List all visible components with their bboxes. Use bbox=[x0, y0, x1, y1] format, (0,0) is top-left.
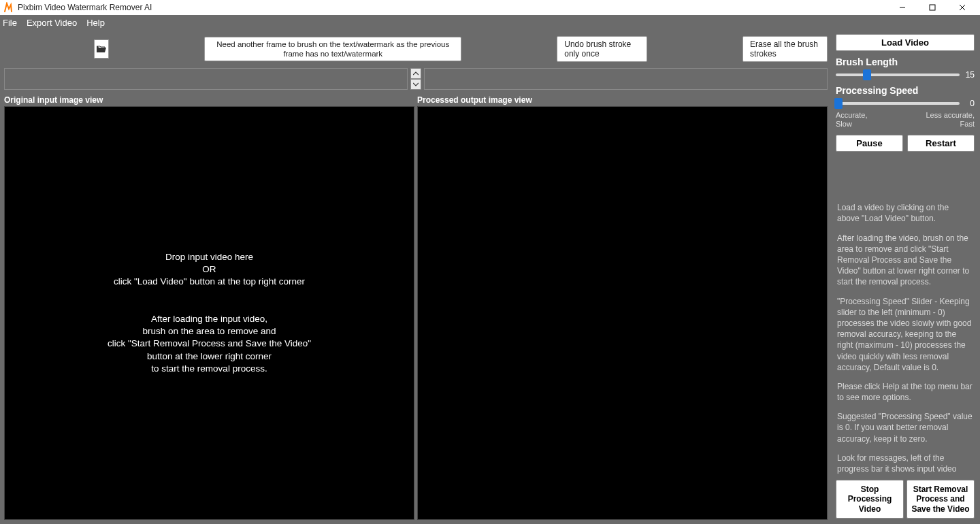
left-zone: Need another frame to brush on the text/… bbox=[0, 30, 832, 524]
output-view-label: Processed output image view bbox=[417, 94, 828, 106]
stepper-up-button[interactable] bbox=[410, 68, 421, 79]
pause-restart-row: Pause Restart bbox=[836, 135, 975, 152]
output-view-column: Processed output image view bbox=[417, 94, 828, 520]
info-p4: Please click Help at the top menu bar to… bbox=[837, 381, 973, 403]
minimize-button[interactable] bbox=[887, 0, 917, 15]
title-left: Pixbim Video Watermark Remover AI bbox=[3, 2, 152, 13]
svg-rect-1 bbox=[930, 5, 935, 10]
brush-length-label: Brush Length bbox=[836, 56, 975, 67]
progress-row bbox=[4, 68, 828, 90]
stepper-down-button[interactable] bbox=[410, 79, 421, 90]
menubar: File Export Video Help bbox=[0, 15, 980, 30]
processing-speed-value: 0 bbox=[964, 99, 975, 108]
right-panel: Load Video Brush Length 15 Processing Sp… bbox=[832, 30, 980, 524]
open-folder-button[interactable] bbox=[94, 39, 109, 59]
brush-length-thumb[interactable] bbox=[863, 69, 871, 80]
processing-speed-slider-row: 0 bbox=[836, 99, 975, 108]
brush-length-slider-row: 15 bbox=[836, 70, 975, 80]
titlebar: Pixbim Video Watermark Remover AI bbox=[0, 0, 980, 15]
output-view-area bbox=[417, 106, 828, 520]
input-view-column: Original input image view Drop input vid… bbox=[4, 94, 414, 520]
views-row: Original input image view Drop input vid… bbox=[4, 94, 828, 520]
toolbar-row: Need another frame to brush on the text/… bbox=[4, 34, 828, 64]
close-button[interactable] bbox=[947, 0, 977, 15]
processing-speed-slider[interactable] bbox=[836, 102, 960, 105]
menu-file[interactable]: File bbox=[3, 18, 17, 28]
speed-label-right: Less accurate, Fast bbox=[926, 111, 975, 128]
restart-button[interactable]: Restart bbox=[907, 135, 975, 152]
brush-length-slider[interactable] bbox=[836, 73, 960, 76]
info-p3: "Processing Speed" Slider - Keeping slid… bbox=[837, 296, 973, 373]
stop-processing-button[interactable]: Stop Processing Video bbox=[836, 480, 904, 519]
window-title: Pixbim Video Watermark Remover AI bbox=[18, 3, 152, 12]
brush-length-value: 15 bbox=[964, 70, 975, 80]
info-p6: Look for messages, left of the progress … bbox=[837, 453, 973, 474]
maximize-button[interactable] bbox=[917, 0, 947, 15]
erase-brush-button[interactable]: Erase all the brush strokes bbox=[742, 36, 828, 62]
chevron-up-icon bbox=[413, 71, 419, 76]
pause-button[interactable]: Pause bbox=[836, 135, 903, 152]
main: Need another frame to brush on the text/… bbox=[0, 30, 980, 524]
undo-brush-button[interactable]: Undo brush stroke only once bbox=[557, 36, 647, 62]
info-p1: Load a video by clicking on the above "L… bbox=[837, 202, 973, 224]
processing-speed-thumb[interactable] bbox=[834, 98, 843, 109]
bottom-buttons: Stop Processing Video Start Removal Proc… bbox=[836, 480, 975, 519]
input-view-label: Original input image view bbox=[4, 94, 414, 106]
speed-label-left: Accurate, Slow bbox=[836, 111, 867, 128]
start-removal-button[interactable]: Start Removal Process and Save the Video bbox=[906, 480, 975, 519]
frame-hint-box: Need another frame to brush on the text/… bbox=[204, 37, 461, 62]
info-panel: Load a video by clicking on the above "L… bbox=[836, 154, 975, 474]
info-p2: After loading the video, brush on the ar… bbox=[837, 233, 973, 288]
window-controls bbox=[887, 0, 977, 15]
status-field-left bbox=[4, 68, 408, 90]
frame-stepper bbox=[410, 68, 421, 90]
speed-labels: Accurate, Slow Less accurate, Fast bbox=[836, 111, 975, 128]
chevron-down-icon bbox=[413, 82, 419, 86]
folder-open-icon bbox=[96, 44, 107, 54]
menu-help[interactable]: Help bbox=[86, 18, 105, 28]
info-p5: Suggested "Processing Speed" value is 0.… bbox=[837, 411, 973, 444]
app-logo-icon bbox=[3, 2, 14, 13]
load-video-button[interactable]: Load Video bbox=[836, 34, 975, 51]
menu-export-video[interactable]: Export Video bbox=[27, 18, 77, 28]
progress-bar bbox=[424, 68, 828, 90]
input-view-area[interactable]: Drop input video here OR click "Load Vid… bbox=[4, 106, 414, 520]
processing-speed-label: Processing Speed bbox=[836, 85, 975, 96]
